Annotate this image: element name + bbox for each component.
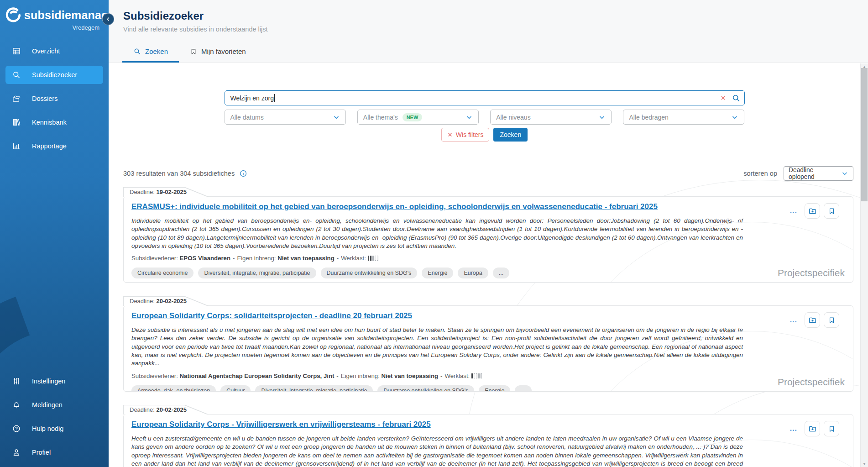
page-subtitle: Vind alle relevante subsidies in onderst…	[123, 26, 868, 33]
chevron-down-icon	[841, 170, 848, 177]
subsidy-type-label: Projectspecifiek	[778, 377, 845, 388]
result-card-wrapper: Deadline: 19-02-2025 ERASMUS+: individue…	[123, 187, 853, 283]
clear-filters-button[interactable]: Wis filters	[441, 128, 490, 142]
card-actions: ...	[790, 312, 839, 328]
bookmark-button[interactable]	[824, 312, 839, 328]
subsidy-title-link[interactable]: European Solidarity Corps: solidariteits…	[131, 311, 412, 320]
more-options-icon[interactable]: ...	[790, 318, 797, 322]
more-options-icon[interactable]: ...	[790, 426, 797, 431]
sidebar-item-label: Meldingen	[32, 401, 63, 409]
sidebar-item-rapportage[interactable]: Rapportage	[5, 137, 103, 155]
search-button[interactable]: Zoeken	[493, 128, 528, 142]
bookmark-icon	[828, 207, 836, 215]
meta-value: Niet van toepassing	[277, 255, 335, 262]
folder-plus-icon	[808, 425, 817, 433]
sidebar-item-hulp-nodig[interactable]: Hulp nodig	[5, 420, 103, 438]
sort-label: sorteren op	[743, 170, 777, 177]
sidebar-item-dossiers[interactable]: Dossiers	[5, 89, 103, 108]
separator: -	[337, 255, 339, 262]
sidebar-item-meldingen[interactable]: Meldingen	[5, 396, 103, 414]
werklast-bars	[368, 256, 378, 261]
werklast-bars	[471, 373, 482, 378]
chevron-down-icon	[333, 114, 340, 121]
tag: Duurzame ontwikkeling en SDG's	[377, 385, 474, 392]
sidebar-item-profiel[interactable]: Profiel	[5, 443, 103, 462]
search-icon	[133, 47, 141, 55]
scroll-down-arrow-icon[interactable]: ▼	[861, 461, 868, 467]
info-icon[interactable]	[239, 169, 247, 178]
more-options-icon[interactable]: ...	[790, 209, 797, 213]
tag: Energie	[479, 385, 510, 392]
sort-value: Deadline oplopend	[789, 167, 841, 180]
filter-row: Alle datums Alle thema's NEW Alle nive	[225, 110, 745, 125]
sliders-icon	[12, 377, 21, 386]
deadline-date: 19-02-2025	[157, 189, 187, 195]
tab-mijn-favorieten[interactable]: Mijn favorieten	[179, 42, 257, 63]
filter-themas-select[interactable]: Alle thema's NEW	[357, 110, 479, 125]
x-icon	[447, 132, 453, 137]
subsidy-type-label: Projectspecifiek	[778, 268, 845, 278]
sidebar: subsidiemanager Vredegem Overzicht	[0, 0, 109, 467]
brand-name: subsidiemanager	[24, 9, 109, 22]
content-scroll-area: Welzijn en zorg	[109, 63, 860, 467]
sidebar-item-instellingen[interactable]: Instellingen	[5, 372, 103, 390]
tag-more[interactable]: ...	[515, 385, 531, 392]
search-submit-icon[interactable]	[732, 94, 741, 103]
search-input[interactable]: Welzijn en zorg	[225, 90, 745, 105]
tab-zoeken[interactable]: Zoeken	[122, 42, 179, 63]
sidebar-item-kennisbank[interactable]: Kennisbank	[5, 113, 103, 131]
results-count: 303 resultaten van 304 subsidiefiches	[123, 169, 247, 178]
meta-label: Subsidieverlener:	[131, 255, 178, 262]
subsidy-meta: Subsidieverlener: Nationaal Agentschap E…	[131, 373, 845, 379]
add-to-dossier-button[interactable]	[805, 421, 820, 436]
page-title: Subsidiezoeker	[123, 0, 868, 22]
add-to-dossier-button[interactable]	[805, 312, 820, 328]
result-card: European Solidarity Corps - Vrijwilliger…	[123, 414, 853, 467]
vertical-scrollbar[interactable]: ▲ ▼	[860, 63, 868, 467]
books-icon	[12, 118, 21, 127]
sidebar-item-label: Dossiers	[32, 95, 58, 102]
deadline-tab: Deadline: 20-02-2025	[123, 405, 209, 415]
deadline-tab: Deadline: 19-02-2025	[123, 187, 209, 197]
tag-more[interactable]: ...	[493, 268, 509, 278]
sidebar-item-overzicht[interactable]: Overzicht	[5, 42, 103, 60]
tab-label: Zoeken	[145, 47, 168, 55]
add-to-dossier-button[interactable]	[805, 203, 820, 219]
deadline-date: 20-02-2025	[157, 298, 187, 304]
subsidy-description: Heeft u een zusterstad/gemeente en wil u…	[131, 435, 743, 467]
meta-label: Werklast:	[445, 373, 470, 379]
result-card: European Solidarity Corps: solidariteits…	[123, 305, 853, 392]
bookmark-button[interactable]	[824, 203, 839, 219]
sidebar-collapse-button[interactable]	[102, 13, 114, 25]
folder-plus-icon	[808, 207, 817, 215]
subsidy-meta: Subsidieverlener: EPOS Vlaanderen - Eige…	[131, 255, 845, 262]
subsidy-title-link[interactable]: European Solidarity Corps - Vrijwilliger…	[131, 420, 431, 429]
results-count-text: 303 resultaten van 304 subsidiefiches	[123, 170, 235, 177]
tag: Circulaire economie	[131, 268, 193, 278]
page-header: Subsidiezoeker Vind alle relevante subsi…	[109, 0, 868, 63]
sidebar-item-label: Rapportage	[32, 142, 67, 150]
bookmark-button[interactable]	[824, 421, 839, 436]
app-window: subsidiemanager Vredegem Overzicht	[0, 0, 868, 467]
meta-value: Niet van toepassing	[382, 373, 439, 379]
clear-search-icon[interactable]	[720, 95, 726, 101]
text-caret	[274, 94, 275, 102]
help-circle-icon	[12, 424, 21, 433]
search-icon	[12, 70, 21, 79]
bookmark-icon	[190, 48, 197, 55]
result-card-wrapper: Deadline: 20-02-2025 European Solidarity…	[123, 405, 853, 467]
subsidy-description: Deze subsidie is interessant als u met j…	[131, 326, 743, 368]
tag: Cultuur	[220, 385, 251, 392]
sort-select[interactable]: Deadline oplopend	[784, 166, 853, 181]
filter-bedragen-select[interactable]: Alle bedragen	[623, 110, 744, 125]
scrollbar-thumb[interactable]	[861, 68, 868, 201]
chevron-down-icon	[598, 114, 606, 121]
subsidy-title-link[interactable]: ERASMUS+: individuele mobiliteit op het …	[131, 202, 658, 211]
card-actions: ...	[790, 203, 839, 219]
filter-label: Alle thema's	[363, 114, 398, 121]
sidebar-item-subsidiezoeker[interactable]: Subsidiezoeker	[5, 66, 103, 84]
filter-niveaus-select[interactable]: Alle niveaus	[490, 110, 612, 125]
filter-datums-select[interactable]: Alle datums	[225, 110, 346, 125]
deadline-label: Deadline:	[130, 189, 155, 195]
results-bar: 303 resultaten van 304 subsidiefiches so…	[109, 166, 860, 181]
